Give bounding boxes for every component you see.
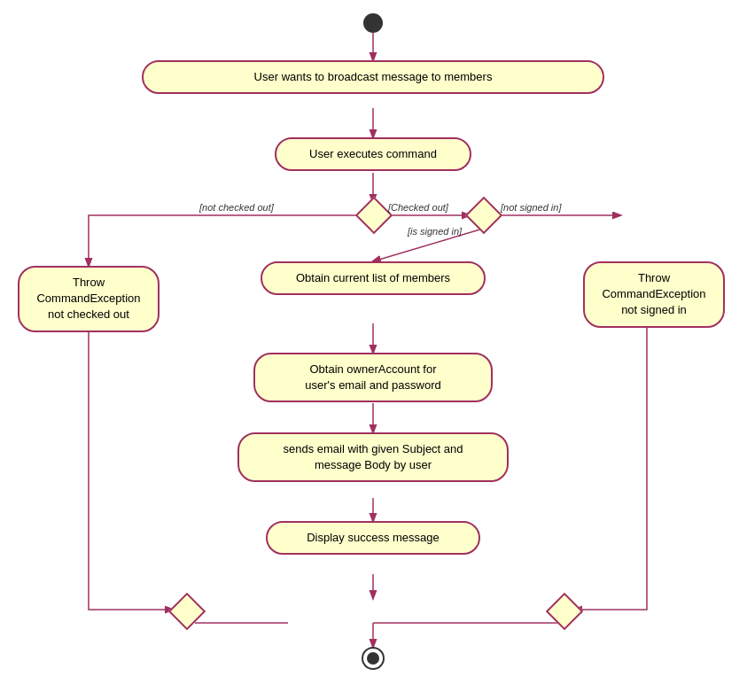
decision-signed-in: [471, 202, 497, 229]
node-broadcast: User wants to broadcast message to membe…: [142, 60, 604, 94]
join-diamond-right: [551, 598, 578, 625]
node-send-email-label: sends email with given Subject andmessag…: [283, 441, 463, 473]
node-send-email: sends email with given Subject andmessag…: [237, 432, 509, 482]
diamond-signed-in: [465, 197, 502, 234]
node-obtain-members-label: Obtain current list of members: [296, 270, 450, 286]
label-not-checked-out: [not checked out]: [199, 202, 274, 213]
node-obtain-account: Obtain ownerAccount foruser's email and …: [253, 353, 493, 402]
start-circle: [363, 13, 383, 33]
node-execute: User executes command: [275, 137, 471, 171]
node-exception-signin: Throw CommandException not signed in: [583, 261, 725, 328]
node-obtain-account-label: Obtain ownerAccount foruser's email and …: [305, 362, 441, 393]
node-exception-signin-label: Throw CommandException not signed in: [597, 270, 711, 319]
label-is-signed-in: [is signed in]: [408, 226, 462, 237]
diamond-join-right: [546, 593, 583, 630]
join-diamond-left: [174, 598, 200, 625]
node-broadcast-label: User wants to broadcast message to membe…: [254, 69, 493, 85]
label-checked-out: [Checked out]: [388, 202, 448, 213]
end-node: [362, 647, 385, 670]
node-exception-checkout: Throw CommandException not checked out: [18, 266, 160, 332]
end-circle-inner: [367, 652, 379, 665]
node-obtain-members: Obtain current list of members: [261, 261, 486, 295]
node-execute-label: User executes command: [309, 146, 437, 162]
label-not-signed-in: [not signed in]: [501, 202, 562, 213]
diamond-join-left: [168, 593, 206, 630]
node-success-label: Display success message: [307, 530, 440, 546]
node-success: Display success message: [266, 521, 480, 555]
node-exception-checkout-label: Throw CommandException not checked out: [32, 275, 145, 323]
end-circle-outer: [362, 647, 385, 670]
decision-checked-out: [361, 202, 387, 229]
start-node: [363, 13, 383, 33]
activity-diagram: User wants to broadcast message to membe…: [0, 0, 747, 700]
diamond-checked-out: [355, 197, 393, 234]
